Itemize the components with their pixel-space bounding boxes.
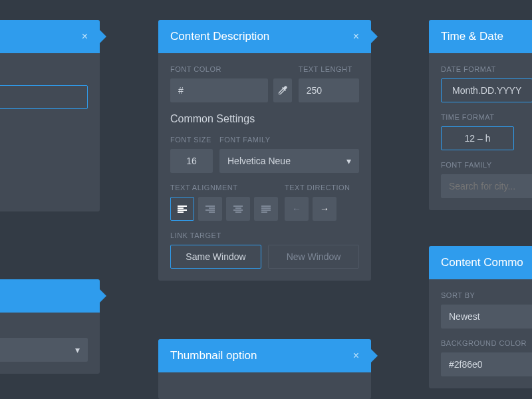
time-format-button[interactable]: 12 – h bbox=[441, 126, 514, 150]
content-common-header: Content Commo bbox=[429, 246, 532, 279]
align-center-button[interactable] bbox=[226, 197, 250, 221]
eyedropper-icon[interactable] bbox=[273, 78, 292, 102]
font-size-label: FONT SIZE bbox=[170, 136, 213, 144]
common-settings-heading: Common Settings bbox=[170, 113, 359, 125]
text-length-input[interactable] bbox=[299, 78, 359, 102]
rss-input[interactable] bbox=[0, 85, 88, 109]
close-icon[interactable]: × bbox=[353, 31, 359, 43]
close-icon[interactable]: × bbox=[82, 31, 88, 43]
select-value: Helvetica Neue bbox=[227, 156, 291, 166]
date-format-button[interactable]: Month.DD.YYYY bbox=[441, 78, 532, 102]
link-same-window-button[interactable]: Same Window bbox=[170, 245, 261, 269]
city-search-input[interactable] bbox=[441, 174, 532, 198]
select-value: Newest bbox=[449, 311, 480, 322]
link-target-label: LINK TARGET bbox=[170, 231, 359, 239]
thumbnail-header: Thumbnail option × bbox=[158, 339, 371, 372]
sort-by-label: SORT BY bbox=[441, 291, 532, 299]
bg-color-input[interactable] bbox=[441, 352, 532, 376]
font-color-label: FONT COLOR bbox=[170, 65, 292, 73]
text-alignment-label: TEXT ALIGNMENT bbox=[170, 184, 278, 192]
align-right-button[interactable] bbox=[198, 197, 222, 221]
panel-header: × bbox=[0, 20, 100, 53]
align-left-button[interactable] bbox=[170, 197, 194, 221]
panel-title: Thumbnail option bbox=[170, 349, 257, 362]
date-format-label: DATE FORMAT bbox=[441, 65, 532, 73]
font-family-label: LY bbox=[0, 325, 88, 332]
font-family-select[interactable]: Helvetica Neue ▾ bbox=[219, 149, 359, 173]
direction-ltr-button[interactable]: ← bbox=[285, 197, 309, 221]
chevron-down-icon: ▾ bbox=[75, 344, 80, 355]
font-color-input[interactable] bbox=[170, 78, 268, 102]
font-size-input[interactable] bbox=[170, 149, 213, 173]
panel-title: Content Commo bbox=[441, 256, 523, 269]
font-family-label: FONT FAMILY bbox=[441, 161, 532, 169]
time-format-label: TIME FORMAT bbox=[441, 113, 532, 121]
link-new-window-button[interactable]: New Window bbox=[268, 245, 359, 269]
sort-by-select[interactable]: Newest bbox=[441, 305, 532, 329]
close-icon[interactable]: × bbox=[353, 350, 359, 362]
text-length-label: TEXT LENGHT bbox=[299, 65, 359, 73]
chevron-down-icon: ▾ bbox=[346, 156, 351, 166]
panel-title: Content Description bbox=[170, 30, 269, 43]
time-date-header: Time & Date bbox=[429, 20, 532, 53]
bg-color-label: BACKGROUND COLOR bbox=[441, 339, 532, 347]
direction-rtl-button[interactable]: → bbox=[313, 197, 336, 221]
panel-header bbox=[0, 279, 100, 313]
text-direction-label: TEXT DIRECTION bbox=[285, 184, 350, 192]
panel-title: Time & Date bbox=[441, 30, 503, 43]
content-description-header: Content Description × bbox=[158, 20, 371, 53]
font-family-label: FONT FAMILY bbox=[219, 136, 359, 144]
align-justify-button[interactable] bbox=[254, 197, 278, 221]
font-family-select[interactable]: ca Neue ▾ bbox=[0, 338, 88, 362]
